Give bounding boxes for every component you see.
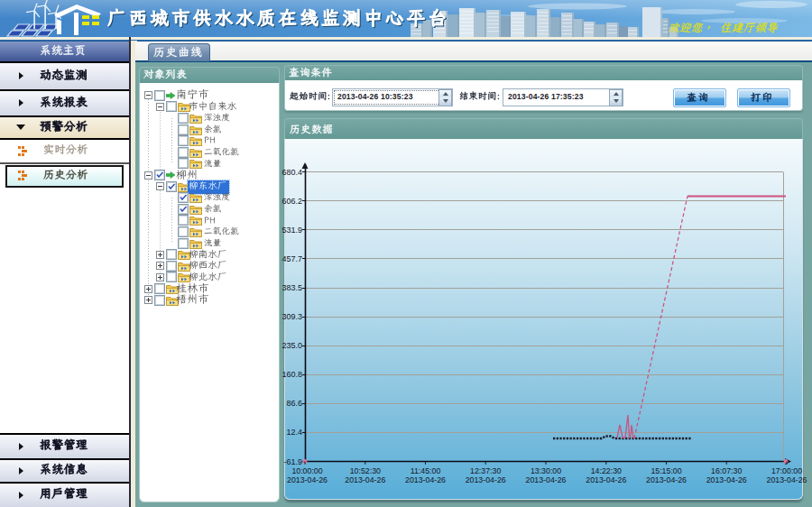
svg-text:2013-04-26: 2013-04-26 — [405, 475, 446, 484]
svg-text:383.5: 383.5 — [281, 283, 302, 292]
svg-text:309.3: 309.3 — [281, 312, 302, 321]
svg-text:17:00:00: 17:00:00 — [771, 466, 802, 475]
svg-text:2013-04-26: 2013-04-26 — [767, 475, 807, 484]
svg-text:2013-04-26: 2013-04-26 — [586, 475, 626, 484]
svg-text:606.2: 606.2 — [281, 197, 302, 206]
svg-text:235.0: 235.0 — [281, 341, 302, 350]
svg-text:12:37:30: 12:37:30 — [470, 466, 501, 475]
svg-text:10:00:00: 10:00:00 — [291, 466, 322, 475]
svg-text:86.6: 86.6 — [286, 399, 302, 408]
svg-text:2013-04-26: 2013-04-26 — [706, 475, 747, 484]
svg-text:2013-04-26: 2013-04-26 — [466, 475, 506, 484]
svg-text:14:22:30: 14:22:30 — [591, 466, 622, 475]
svg-text:-61.9: -61.9 — [283, 457, 302, 466]
svg-text:11:45:00: 11:45:00 — [411, 466, 441, 475]
svg-text:10:52:30: 10:52:30 — [350, 466, 381, 475]
svg-text:2013-04-26: 2013-04-26 — [526, 475, 567, 484]
svg-text:531.9: 531.9 — [281, 226, 302, 235]
svg-text:15:15:00: 15:15:00 — [651, 466, 681, 475]
svg-text:13:30:00: 13:30:00 — [531, 466, 561, 475]
svg-text:2013-04-26: 2013-04-26 — [646, 475, 687, 484]
svg-text:12.4: 12.4 — [286, 428, 302, 437]
svg-text:2013-04-26: 2013-04-26 — [345, 475, 385, 484]
svg-text:680.4: 680.4 — [281, 168, 302, 177]
svg-text:457.7: 457.7 — [281, 254, 302, 263]
svg-text:160.8: 160.8 — [281, 370, 302, 379]
svg-text:2013-04-26: 2013-04-26 — [287, 475, 328, 484]
svg-text:16:07:30: 16:07:30 — [711, 466, 742, 475]
